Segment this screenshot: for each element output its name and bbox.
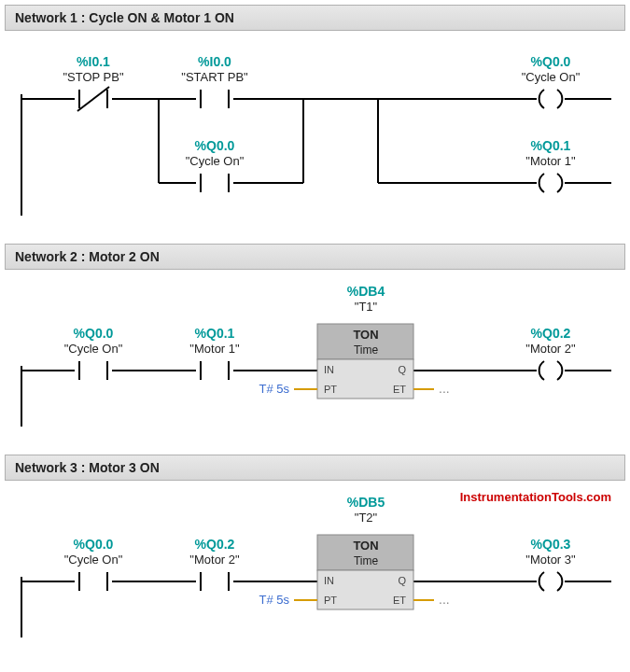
- coil-name: "Motor 2": [525, 342, 576, 356]
- pin-q: Q: [398, 575, 406, 586]
- contact-no: %Q0.2 "Motor 2": [189, 537, 240, 591]
- contact-name: "Cycle On": [186, 154, 245, 168]
- contact-no: %Q0.0 "Cycle On": [64, 326, 123, 380]
- coil-name: "Motor 3": [525, 553, 576, 567]
- block-db: %DB4: [347, 284, 385, 299]
- network-title: Network 1 : Cycle ON & Motor 1 ON: [15, 10, 234, 25]
- coil-addr: %Q0.1: [531, 138, 571, 153]
- contact-name: "STOP PB": [63, 70, 123, 84]
- attribution-text: InstrumentationTools.com: [460, 490, 611, 504]
- network-body-1: %I0.1 "STOP PB" %I0.0 "START PB" %Q0.0 "…: [5, 38, 625, 225]
- contact-name: "Motor 2": [189, 553, 240, 567]
- contact-no: %I0.0 "START PB": [181, 54, 248, 108]
- pin-pt: PT: [324, 384, 337, 395]
- block-inst: "T1": [355, 300, 378, 314]
- pin-et: ET: [393, 595, 406, 606]
- timer-block: %DB4 "T1" TON Time IN PT Q ET: [317, 284, 413, 399]
- coil-name: "Motor 1": [525, 154, 576, 168]
- svg-line-14: [77, 87, 109, 111]
- ladder-svg-3: %Q0.0 "Cycle On" %Q0.2 "Motor 2" %DB5 "T…: [5, 488, 621, 647]
- pin-in: IN: [324, 364, 334, 375]
- contact-name: "Cycle On": [64, 342, 123, 356]
- ladder-svg-2: %Q0.0 "Cycle On" %Q0.1 "Motor 1" %DB4 "T…: [5, 277, 621, 436]
- contact-addr: %I0.1: [77, 54, 110, 69]
- coil-addr: %Q0.2: [531, 326, 571, 341]
- contact-name: "Cycle On": [64, 553, 123, 567]
- pin-q: Q: [398, 364, 406, 375]
- block-db: %DB5: [347, 495, 385, 510]
- block-sub: Time: [354, 554, 379, 567]
- contact-addr: %Q0.0: [74, 326, 114, 341]
- contact-no: %Q0.1 "Motor 1": [189, 326, 240, 380]
- coil: %Q0.1 "Motor 1": [525, 138, 576, 192]
- et-dots: ...: [439, 592, 450, 607]
- pt-value: T# 5s: [259, 382, 289, 396]
- pin-in: IN: [324, 575, 334, 586]
- block-inst: "T2": [355, 511, 378, 525]
- pt-value: T# 5s: [259, 593, 289, 607]
- network-header-1: Network 1 : Cycle ON & Motor 1 ON: [5, 5, 625, 31]
- contact-parallel: %Q0.0 "Cycle On": [186, 138, 245, 192]
- coil-addr: %Q0.3: [531, 537, 571, 552]
- network-header-3: Network 3 : Motor 3 ON: [5, 455, 625, 481]
- ladder-svg-1: %I0.1 "STOP PB" %I0.0 "START PB" %Q0.0 "…: [5, 38, 621, 225]
- et-dots: ...: [439, 381, 450, 396]
- contact-addr: %Q0.1: [195, 326, 235, 341]
- pin-pt: PT: [324, 595, 337, 606]
- coil-addr: %Q0.0: [531, 54, 571, 69]
- network-body-3: InstrumentationTools.com %Q0.0 "Cycle On…: [5, 488, 625, 647]
- pin-et: ET: [393, 384, 406, 395]
- network-title: Network 3 : Motor 3 ON: [15, 460, 160, 475]
- block-type: TON: [353, 328, 378, 342]
- coil-name: "Cycle On": [522, 70, 581, 84]
- coil: %Q0.3 "Motor 3": [525, 537, 576, 591]
- contact-name: "Motor 1": [189, 342, 240, 356]
- network-body-2: %Q0.0 "Cycle On" %Q0.1 "Motor 1" %DB4 "T…: [5, 277, 625, 436]
- contact-addr: %Q0.0: [195, 138, 235, 153]
- network-header-2: Network 2 : Motor 2 ON: [5, 244, 625, 270]
- contact-addr: %Q0.0: [74, 537, 114, 552]
- timer-block: %DB5 "T2" TON Time IN PT Q ET: [317, 495, 413, 609]
- block-type: TON: [353, 539, 378, 553]
- contact-name: "START PB": [181, 70, 248, 84]
- coil: %Q0.2 "Motor 2": [525, 326, 576, 380]
- contact-addr: %I0.0: [198, 54, 231, 69]
- contact-nc: %I0.1 "STOP PB": [63, 54, 123, 111]
- block-sub: Time: [354, 343, 379, 357]
- coil: %Q0.0 "Cycle On": [522, 54, 581, 108]
- contact-addr: %Q0.2: [195, 537, 235, 552]
- network-title: Network 2 : Motor 2 ON: [15, 249, 160, 264]
- contact-no: %Q0.0 "Cycle On": [64, 537, 123, 591]
